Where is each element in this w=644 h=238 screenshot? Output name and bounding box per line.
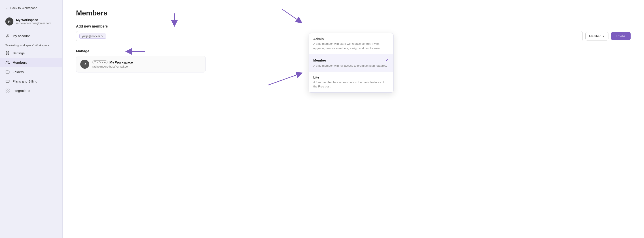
workspace-email: rachelmoore.bus@gmail.com — [16, 22, 51, 25]
sidebar-item-my-account[interactable]: My account — [0, 31, 62, 40]
sidebar: ← Back to Workspace R My Workspace rache… — [0, 0, 62, 238]
invite-button[interactable]: Invite — [611, 32, 630, 40]
member-name: My Workspace — [109, 60, 133, 64]
svg-rect-2 — [8, 52, 9, 52]
dropdown-item-admin-header: Admin — [313, 37, 389, 41]
svg-rect-6 — [6, 80, 10, 82]
dropdown-item-lite-header: Lite — [313, 76, 389, 79]
workspace-section-label: 'Marketing workspace' Workspace — [0, 40, 62, 48]
billing-icon — [5, 79, 10, 84]
svg-rect-9 — [8, 89, 10, 90]
dropdown-item-lite-title: Lite — [313, 76, 319, 79]
workspace-info: R My Workspace rachelmoore.bus@gmail.com — [0, 15, 62, 29]
dropdown-item-admin[interactable]: Admin A paid member with extra workspace… — [309, 33, 393, 54]
member-row: R That's you My Workspace rachelmoore.bu… — [76, 56, 206, 72]
add-members-section-label: Add new members — [76, 24, 630, 28]
workspace-avatar: R — [5, 18, 14, 26]
folders-icon — [5, 70, 10, 74]
dropdown-item-admin-title: Admin — [313, 37, 324, 41]
sidebar-item-folders[interactable]: Folders — [0, 67, 62, 76]
svg-rect-10 — [6, 91, 8, 92]
back-to-workspace-link[interactable]: ← Back to Workspace — [0, 4, 62, 12]
sidebar-item-plans-billing[interactable]: Plans and Billing — [0, 76, 62, 86]
back-label: Back to Workspace — [10, 6, 37, 10]
role-selector-label: Member — [589, 34, 600, 38]
dropdown-item-member-title: Member — [313, 58, 326, 62]
svg-point-5 — [6, 61, 8, 62]
page-title: Members — [76, 9, 630, 17]
svg-point-0 — [7, 34, 8, 36]
email-tag[interactable]: yulija@noty.ai ✕ — [80, 34, 106, 39]
member-avatar: R — [80, 60, 89, 69]
dropdown-item-lite-desc: A free member has access only to the bas… — [313, 80, 389, 89]
member-info: That's you My Workspace rachelmoore.bus@… — [92, 60, 202, 68]
svg-rect-3 — [6, 54, 7, 54]
chevron-up-icon: ▲ — [602, 35, 605, 38]
dropdown-item-member-header: Member ✓ — [313, 58, 389, 63]
svg-rect-4 — [8, 54, 9, 54]
workspace-name: My Workspace — [16, 18, 51, 22]
main-content: Members Add new members yulija@noty.ai ✕… — [62, 0, 644, 238]
members-icon — [5, 60, 10, 65]
dropdown-item-member[interactable]: Member ✓ A paid member with full access … — [309, 54, 393, 72]
member-name-row: That's you My Workspace — [92, 60, 202, 64]
sidebar-item-my-account-label: My account — [12, 34, 30, 38]
email-tag-close-icon[interactable]: ✕ — [101, 35, 104, 38]
settings-icon — [5, 51, 10, 55]
svg-rect-8 — [6, 89, 8, 90]
dropdown-item-lite[interactable]: Lite A free member has access only to th… — [309, 72, 393, 92]
svg-rect-1 — [6, 52, 7, 52]
back-arrow-icon: ← — [5, 6, 8, 10]
sidebar-item-integrations[interactable]: Integrations — [0, 86, 62, 95]
sidebar-item-settings-label: Settings — [12, 51, 24, 55]
role-dropdown: Admin A paid member with extra workspace… — [308, 33, 394, 92]
member-email: rachelmoore.bus@gmail.com — [92, 65, 202, 68]
sidebar-item-plans-billing-label: Plans and Billing — [12, 80, 37, 83]
integrations-icon — [5, 88, 10, 93]
sidebar-item-integrations-label: Integrations — [12, 89, 30, 92]
checkmark-icon: ✓ — [386, 58, 389, 63]
email-tag-text: yulija@noty.ai — [82, 34, 100, 38]
role-selector[interactable]: Member ▲ — [586, 32, 608, 40]
that-you-badge: That's you — [92, 60, 108, 64]
dropdown-item-member-desc: A paid member with full access to premiu… — [313, 64, 389, 68]
dropdown-item-admin-desc: A paid member with extra workspace contr… — [313, 42, 389, 50]
sidebar-item-members-label: Members — [12, 60, 27, 64]
sidebar-item-settings[interactable]: Settings — [0, 48, 62, 58]
person-icon — [5, 34, 10, 38]
sidebar-item-folders-label: Folders — [12, 70, 24, 74]
svg-rect-11 — [8, 91, 10, 92]
svg-line-15 — [268, 74, 300, 85]
sidebar-item-members[interactable]: Members — [0, 58, 62, 67]
